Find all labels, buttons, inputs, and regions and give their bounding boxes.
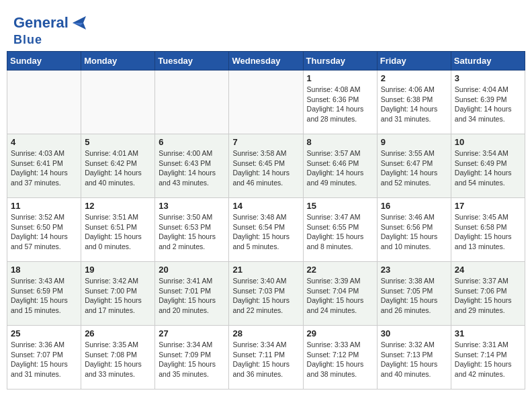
day-number: 13 xyxy=(159,201,225,211)
calendar-cell: 3Sunrise: 4:04 AM Sunset: 6:39 PM Daylig… xyxy=(451,71,525,134)
calendar-cell: 9Sunrise: 3:55 AM Sunset: 6:47 PM Daylig… xyxy=(377,134,451,198)
calendar-header-row: SundayMondayTuesdayWednesdayThursdayFrid… xyxy=(7,52,525,71)
calendar-cell: 1Sunrise: 4:08 AM Sunset: 6:36 PM Daylig… xyxy=(303,71,377,134)
day-info: Sunrise: 3:51 AM Sunset: 6:51 PM Dayligh… xyxy=(85,212,151,252)
day-number: 3 xyxy=(455,73,521,83)
day-info: Sunrise: 3:38 AM Sunset: 7:05 PM Dayligh… xyxy=(381,276,447,316)
day-number: 5 xyxy=(85,137,151,147)
day-info: Sunrise: 3:45 AM Sunset: 6:58 PM Dayligh… xyxy=(455,212,521,252)
day-number: 8 xyxy=(307,137,373,147)
calendar-cell: 25Sunrise: 3:36 AM Sunset: 7:07 PM Dayli… xyxy=(7,326,81,390)
day-info: Sunrise: 3:52 AM Sunset: 6:50 PM Dayligh… xyxy=(11,212,77,252)
calendar-cell: 20Sunrise: 3:41 AM Sunset: 7:01 PM Dayli… xyxy=(155,262,229,326)
day-number: 29 xyxy=(307,328,373,338)
day-number: 30 xyxy=(381,328,447,338)
calendar-cell: 29Sunrise: 3:33 AM Sunset: 7:12 PM Dayli… xyxy=(303,326,377,390)
calendar-cell: 14Sunrise: 3:48 AM Sunset: 6:54 PM Dayli… xyxy=(229,198,303,262)
day-info: Sunrise: 3:47 AM Sunset: 6:55 PM Dayligh… xyxy=(307,212,373,252)
day-number: 22 xyxy=(307,265,373,275)
calendar-cell: 18Sunrise: 3:43 AM Sunset: 6:59 PM Dayli… xyxy=(7,262,81,326)
day-number: 1 xyxy=(307,73,373,83)
day-info: Sunrise: 3:42 AM Sunset: 7:00 PM Dayligh… xyxy=(85,276,151,316)
calendar-cell: 27Sunrise: 3:34 AM Sunset: 7:09 PM Dayli… xyxy=(155,326,229,390)
day-info: Sunrise: 3:37 AM Sunset: 7:06 PM Dayligh… xyxy=(455,276,521,316)
calendar-cell: 5Sunrise: 4:01 AM Sunset: 6:42 PM Daylig… xyxy=(81,134,155,198)
day-number: 11 xyxy=(11,201,77,211)
calendar-cell: 10Sunrise: 3:54 AM Sunset: 6:49 PM Dayli… xyxy=(451,134,525,198)
calendar-cell: 4Sunrise: 4:03 AM Sunset: 6:41 PM Daylig… xyxy=(7,134,81,198)
column-header-sunday: Sunday xyxy=(7,52,81,71)
column-header-tuesday: Tuesday xyxy=(155,52,229,71)
day-number: 14 xyxy=(232,201,299,211)
day-info: Sunrise: 3:35 AM Sunset: 7:08 PM Dayligh… xyxy=(85,340,151,379)
day-info: Sunrise: 3:40 AM Sunset: 7:03 PM Dayligh… xyxy=(232,276,299,316)
calendar-cell: 21Sunrise: 3:40 AM Sunset: 7:03 PM Dayli… xyxy=(229,262,303,326)
day-number: 6 xyxy=(159,137,225,147)
calendar-cell: 24Sunrise: 3:37 AM Sunset: 7:06 PM Dayli… xyxy=(451,262,525,326)
calendar-cell: 12Sunrise: 3:51 AM Sunset: 6:51 PM Dayli… xyxy=(81,198,155,262)
day-info: Sunrise: 3:33 AM Sunset: 7:12 PM Dayligh… xyxy=(307,340,373,379)
column-header-monday: Monday xyxy=(81,52,155,71)
calendar-cell: 2Sunrise: 4:06 AM Sunset: 6:38 PM Daylig… xyxy=(377,71,451,134)
calendar-cell: 15Sunrise: 3:47 AM Sunset: 6:55 PM Dayli… xyxy=(303,198,377,262)
day-info: Sunrise: 3:34 AM Sunset: 7:09 PM Dayligh… xyxy=(159,340,225,379)
day-info: Sunrise: 3:32 AM Sunset: 7:13 PM Dayligh… xyxy=(381,340,447,379)
day-number: 28 xyxy=(232,328,299,338)
calendar-cell xyxy=(229,71,303,134)
day-number: 20 xyxy=(159,265,225,275)
day-info: Sunrise: 3:34 AM Sunset: 7:11 PM Dayligh… xyxy=(232,340,299,379)
day-number: 23 xyxy=(381,265,447,275)
day-number: 12 xyxy=(85,201,151,211)
day-number: 19 xyxy=(85,265,151,275)
day-number: 18 xyxy=(11,265,77,275)
column-header-wednesday: Wednesday xyxy=(229,52,303,71)
day-info: Sunrise: 3:31 AM Sunset: 7:14 PM Dayligh… xyxy=(455,340,521,379)
day-info: Sunrise: 3:43 AM Sunset: 6:59 PM Dayligh… xyxy=(11,276,77,316)
calendar-week-row-3: 11Sunrise: 3:52 AM Sunset: 6:50 PM Dayli… xyxy=(7,198,525,262)
day-info: Sunrise: 3:57 AM Sunset: 6:46 PM Dayligh… xyxy=(307,148,373,188)
calendar-week-row-5: 25Sunrise: 3:36 AM Sunset: 7:07 PM Dayli… xyxy=(7,326,525,390)
day-info: Sunrise: 3:46 AM Sunset: 6:56 PM Dayligh… xyxy=(381,212,447,252)
calendar-cell: 11Sunrise: 3:52 AM Sunset: 6:50 PM Dayli… xyxy=(7,198,81,262)
day-info: Sunrise: 3:39 AM Sunset: 7:04 PM Dayligh… xyxy=(307,276,373,316)
calendar-week-row-2: 4Sunrise: 4:03 AM Sunset: 6:41 PM Daylig… xyxy=(7,134,525,198)
day-info: Sunrise: 4:08 AM Sunset: 6:36 PM Dayligh… xyxy=(307,85,373,124)
logo: General Blue xyxy=(13,12,90,46)
day-number: 26 xyxy=(85,328,151,338)
day-number: 17 xyxy=(455,201,521,211)
day-number: 21 xyxy=(232,265,299,275)
calendar-cell xyxy=(155,71,229,134)
day-number: 4 xyxy=(11,137,77,147)
logo-blue-text: Blue xyxy=(13,34,90,46)
day-info: Sunrise: 3:54 AM Sunset: 6:49 PM Dayligh… xyxy=(455,148,521,188)
logo-text: General xyxy=(13,15,69,30)
day-info: Sunrise: 4:00 AM Sunset: 6:43 PM Dayligh… xyxy=(159,148,225,188)
day-info: Sunrise: 4:01 AM Sunset: 6:42 PM Dayligh… xyxy=(85,148,151,188)
day-number: 2 xyxy=(381,73,447,83)
calendar-cell: 19Sunrise: 3:42 AM Sunset: 7:00 PM Dayli… xyxy=(81,262,155,326)
day-info: Sunrise: 4:06 AM Sunset: 6:38 PM Dayligh… xyxy=(381,85,447,124)
calendar-cell xyxy=(7,71,81,134)
column-header-thursday: Thursday xyxy=(303,52,377,71)
day-number: 27 xyxy=(159,328,225,338)
day-info: Sunrise: 3:41 AM Sunset: 7:01 PM Dayligh… xyxy=(159,276,225,316)
calendar-cell: 31Sunrise: 3:31 AM Sunset: 7:14 PM Dayli… xyxy=(451,326,525,390)
calendar-cell: 13Sunrise: 3:50 AM Sunset: 6:53 PM Dayli… xyxy=(155,198,229,262)
day-number: 31 xyxy=(455,328,521,338)
calendar-cell: 8Sunrise: 3:57 AM Sunset: 6:46 PM Daylig… xyxy=(303,134,377,198)
column-header-friday: Friday xyxy=(377,52,451,71)
day-number: 9 xyxy=(381,137,447,147)
day-number: 15 xyxy=(307,201,373,211)
calendar-cell: 30Sunrise: 3:32 AM Sunset: 7:13 PM Dayli… xyxy=(377,326,451,390)
column-header-saturday: Saturday xyxy=(451,52,525,71)
calendar-week-row-4: 18Sunrise: 3:43 AM Sunset: 6:59 PM Dayli… xyxy=(7,262,525,326)
calendar-cell xyxy=(81,71,155,134)
calendar-cell: 6Sunrise: 4:00 AM Sunset: 6:43 PM Daylig… xyxy=(155,134,229,198)
day-info: Sunrise: 3:55 AM Sunset: 6:47 PM Dayligh… xyxy=(381,148,447,188)
day-number: 25 xyxy=(11,328,77,338)
day-number: 7 xyxy=(232,137,299,147)
day-info: Sunrise: 3:58 AM Sunset: 6:45 PM Dayligh… xyxy=(232,148,299,188)
logo-icon xyxy=(69,12,90,34)
page-header: General Blue xyxy=(7,7,525,48)
calendar-cell: 7Sunrise: 3:58 AM Sunset: 6:45 PM Daylig… xyxy=(229,134,303,198)
